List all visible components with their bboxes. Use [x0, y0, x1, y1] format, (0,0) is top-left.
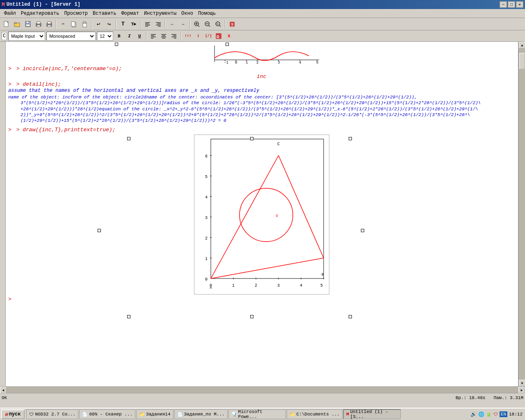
- vertical-scrollbar[interactable]: ▲ ▼: [518, 42, 525, 386]
- hscroll-track[interactable]: [7, 387, 518, 393]
- bold-button[interactable]: B: [114, 32, 123, 41]
- close-format-button[interactable]: X: [224, 32, 233, 41]
- handle-tr[interactable]: [250, 137, 253, 140]
- svg-rect-5: [26, 24, 30, 26]
- nod32-label: NOD32 2.7 Co...: [35, 412, 75, 417]
- cmd-3-text[interactable]: > draw({inc,T},printtext=true);: [16, 127, 116, 133]
- omega-button[interactable]: Ω: [214, 32, 223, 41]
- handle-ml[interactable]: [98, 229, 101, 232]
- svg-rect-14: [71, 22, 75, 26]
- zadania-maple-icon: 📄: [177, 412, 183, 417]
- detail-line2: 3*(5^(1/2)+2*26^(1/2))/(3*5^(1/2)+26^(1/…: [21, 100, 481, 105]
- taskbar-zadania-maple[interactable]: 📄 Задания_по М...: [174, 409, 228, 419]
- redo-button[interactable]: ↪: [104, 19, 114, 29]
- print-button[interactable]: [34, 19, 43, 29]
- help-button[interactable]: ?: [227, 19, 237, 29]
- handle-bl[interactable]: [127, 315, 130, 318]
- align-left-btn[interactable]: [149, 32, 158, 41]
- taskbar-documents[interactable]: 📁 C:\Documents ...: [287, 409, 343, 419]
- text-button[interactable]: T: [118, 19, 128, 29]
- menu-insert[interactable]: Вставить: [90, 10, 119, 17]
- maple-active-icon: M: [346, 412, 349, 417]
- undo-button[interactable]: ↩: [94, 19, 103, 29]
- text2-button[interactable]: T►: [129, 19, 139, 29]
- hscroll-left-button[interactable]: ◄: [0, 387, 7, 393]
- math3-button[interactable]: (/): [204, 32, 213, 41]
- cmd-1-text[interactable]: > incircle(inc,T,'centername'=o);: [16, 66, 122, 72]
- taskbar-scanner[interactable]: 📄 60% - Сканер ...: [79, 409, 135, 419]
- style-select[interactable]: Maple Input: [8, 32, 45, 41]
- start-button[interactable]: ⊞ пуск: [1, 409, 25, 419]
- scroll-thumb[interactable]: [519, 53, 525, 69]
- open-button[interactable]: [12, 19, 22, 29]
- output-detail-block: name of the object: incform of the objec…: [8, 94, 515, 123]
- zoom-in-button[interactable]: [192, 19, 202, 29]
- top-graph-container: -1 0 1 2 3 4 5: [8, 43, 515, 64]
- svg-rect-7: [37, 22, 40, 24]
- status-memory: Пам.: 3.31M: [493, 395, 523, 400]
- windows-logo: ⊞: [5, 412, 8, 417]
- cmd-2-text[interactable]: > detail(inc);: [16, 81, 61, 87]
- hscroll-right-button[interactable]: ►: [518, 387, 525, 393]
- font-select[interactable]: Monospaced: [46, 32, 96, 41]
- scroll-down-button[interactable]: ▼: [519, 380, 525, 386]
- zoom-out-button[interactable]: [203, 19, 212, 29]
- toolbar-separator-1: [56, 20, 57, 29]
- arrow-left-button[interactable]: ←: [167, 19, 177, 29]
- format-separator-2: [180, 32, 181, 41]
- zoom-fit-button[interactable]: %: [213, 19, 223, 29]
- align-center-btn[interactable]: [159, 32, 168, 41]
- menu-edit[interactable]: Редактировать: [18, 10, 62, 17]
- taskbar-maple-active[interactable]: M Untitled (1) - [S...: [343, 409, 401, 419]
- menu-file[interactable]: Файл: [2, 10, 18, 17]
- save-button[interactable]: [23, 19, 33, 29]
- size-select[interactable]: 12: [97, 32, 113, 41]
- tray-icon-4: 🛡: [493, 412, 498, 417]
- minimize-button[interactable]: ─: [500, 1, 507, 8]
- handle-top[interactable]: [115, 43, 118, 46]
- taskbar-zadania14[interactable]: 📁 Задания14: [136, 409, 173, 419]
- taskbar-nod32[interactable]: 🛡 NOD32 2.7 Co...: [26, 409, 78, 419]
- new-button[interactable]: [2, 19, 11, 29]
- close-button[interactable]: ✕: [516, 1, 523, 8]
- scanner-label: 60% - Сканер ...: [89, 412, 132, 417]
- math1-button[interactable]: !!!: [183, 32, 192, 41]
- menu-view[interactable]: Просмотр: [62, 10, 90, 17]
- document-area[interactable]: -1 0 1 2 3 4 5: [0, 42, 518, 386]
- handle-top2[interactable]: [226, 43, 229, 46]
- horizontal-scrollbar[interactable]: ◄ ►: [0, 386, 525, 393]
- titlebar: M Untitled (1) - [Server 1] ─ □ ✕: [0, 0, 525, 9]
- scroll-up-button[interactable]: ▲: [519, 42, 525, 48]
- align-left-icon[interactable]: [143, 19, 153, 29]
- menu-tools[interactable]: Инструменты: [142, 10, 179, 17]
- menu-format[interactable]: Формат: [119, 10, 142, 17]
- handle-mr[interactable]: [361, 229, 364, 232]
- handle-tr2[interactable]: [349, 137, 352, 140]
- copy-button[interactable]: [69, 19, 79, 29]
- arrow-right-button[interactable]: →: [178, 19, 188, 29]
- handle-br[interactable]: [349, 315, 352, 318]
- scroll-track[interactable]: [519, 48, 525, 380]
- tray-lang[interactable]: EN: [500, 411, 507, 417]
- svg-text:2: 2: [254, 283, 257, 288]
- menu-window[interactable]: Окно: [179, 10, 196, 17]
- italic-button[interactable]: I: [125, 32, 134, 41]
- toolbar-separator-6: [189, 20, 190, 29]
- math2-button[interactable]: !: [194, 32, 203, 41]
- svg-text:1: 1: [232, 283, 234, 288]
- print2-button[interactable]: !: [44, 19, 54, 29]
- menu-help[interactable]: Помощь: [196, 10, 218, 17]
- paste-button[interactable]: [80, 19, 89, 29]
- cut-button[interactable]: ✂: [58, 19, 68, 29]
- align-right-btn[interactable]: [169, 32, 178, 41]
- taskbar-powerpoint[interactable]: 📊 Microsoft Powe...: [228, 409, 286, 419]
- handle-tl[interactable]: [127, 137, 130, 140]
- prompt-3: >: [8, 127, 11, 133]
- maximize-button[interactable]: □: [508, 1, 515, 8]
- underline-button[interactable]: U: [135, 32, 144, 41]
- handle-bc[interactable]: [250, 315, 253, 318]
- align-right-icon[interactable]: [153, 19, 163, 29]
- inc-text: inc: [257, 73, 266, 80]
- svg-rect-2: [14, 23, 16, 23]
- tray-icon-2: 🌐: [478, 411, 484, 418]
